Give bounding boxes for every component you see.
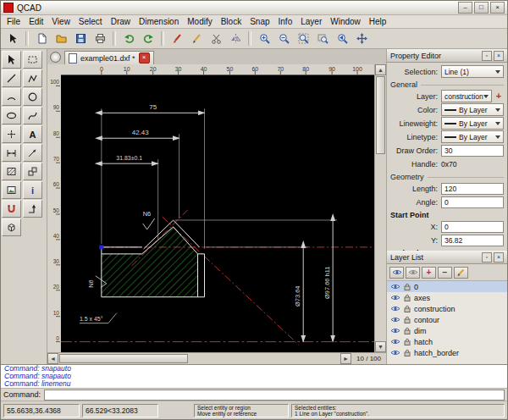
minimize-button[interactable]: – xyxy=(458,2,472,14)
lock-icon[interactable] xyxy=(404,338,411,345)
add-layer-button[interactable]: + xyxy=(422,267,436,279)
maximize-button[interactable]: □ xyxy=(474,2,489,14)
command-input[interactable] xyxy=(44,390,505,401)
menu-snap[interactable]: Snap xyxy=(246,16,273,27)
tool-modify[interactable] xyxy=(23,200,42,218)
edit-layer-button[interactable] xyxy=(454,267,468,279)
angle-field[interactable]: 0 xyxy=(441,196,504,208)
remove-layer-button[interactable]: − xyxy=(438,267,452,279)
menu-dimension[interactable]: Dimension xyxy=(135,16,183,27)
zoom-out-button[interactable] xyxy=(274,30,293,47)
menu-view[interactable]: View xyxy=(47,16,75,27)
new-file-button[interactable] xyxy=(32,30,51,47)
tool-deselect[interactable] xyxy=(23,51,42,69)
dock-close-icon[interactable]: × xyxy=(494,252,504,262)
eye-icon[interactable] xyxy=(390,316,400,323)
document-tab[interactable]: example01.dxf * × xyxy=(64,51,154,64)
layer-dropdown[interactable]: construction xyxy=(441,90,492,102)
draw-order-field[interactable]: 30 xyxy=(441,145,504,157)
tool-point[interactable] xyxy=(2,125,21,143)
menu-info[interactable]: Info xyxy=(274,16,297,27)
menu-edit[interactable]: Edit xyxy=(25,16,47,27)
layer-row[interactable]: axes xyxy=(387,292,507,303)
pen-button[interactable] xyxy=(168,30,186,47)
scroll-up-icon[interactable]: ▲ xyxy=(375,64,386,75)
tool-polyline[interactable] xyxy=(23,69,42,87)
tab-close-button[interactable]: × xyxy=(139,52,150,64)
lineweight-dropdown[interactable]: By Layer xyxy=(441,117,504,130)
mirror-button[interactable] xyxy=(226,30,245,47)
layer-row[interactable]: dim xyxy=(387,325,507,336)
scroll-down-icon[interactable]: ▼ xyxy=(375,341,386,352)
redo-button[interactable] xyxy=(139,30,157,47)
tool-3d-view[interactable] xyxy=(2,218,21,236)
lock-icon[interactable] xyxy=(404,316,411,323)
menu-file[interactable]: File xyxy=(3,16,25,27)
select-tool-button[interactable] xyxy=(3,30,22,47)
eye-icon[interactable] xyxy=(390,305,400,312)
lock-icon[interactable] xyxy=(404,283,411,290)
pencil-button[interactable] xyxy=(187,30,206,47)
pan-button[interactable] xyxy=(352,30,371,47)
menu-select[interactable]: Select xyxy=(75,16,107,27)
eye-icon[interactable] xyxy=(390,338,400,345)
hide-all-layers-button[interactable] xyxy=(406,267,420,279)
show-all-layers-button[interactable] xyxy=(389,267,404,279)
zoom-window-button[interactable] xyxy=(313,30,332,47)
tool-circle[interactable] xyxy=(23,88,42,106)
tool-spline[interactable] xyxy=(23,107,42,124)
save-button[interactable] xyxy=(71,30,90,47)
drawing-canvas[interactable]: 0 10 20 30 40 50 60 70 80 90 100 xyxy=(47,64,374,360)
menu-draw[interactable]: Draw xyxy=(107,16,135,27)
layer-row[interactable]: hatch_border xyxy=(387,347,507,358)
layer-row[interactable]: 0 xyxy=(387,281,507,292)
open-file-button[interactable] xyxy=(52,30,70,47)
selection-dropdown[interactable]: Line (1) xyxy=(441,65,504,78)
eye-icon[interactable] xyxy=(390,294,400,301)
tool-hatch[interactable] xyxy=(2,163,21,180)
tool-info[interactable]: i xyxy=(23,181,42,199)
print-button[interactable] xyxy=(91,30,109,47)
eye-icon[interactable] xyxy=(390,283,400,290)
layer-row[interactable]: hatch xyxy=(387,336,507,347)
horizontal-scroll-thumb[interactable] xyxy=(59,354,188,363)
property-editor-header[interactable]: Property Editor ▫ × xyxy=(387,49,507,63)
layer-list-header[interactable]: Layer List ▫ × xyxy=(387,251,507,264)
tool-dimension[interactable] xyxy=(2,144,21,162)
scroll-track[interactable] xyxy=(189,353,340,364)
length-field[interactable]: 120 xyxy=(441,183,504,195)
lock-icon[interactable] xyxy=(404,349,411,356)
color-dropdown[interactable]: By Layer xyxy=(441,103,504,116)
dock-float-icon[interactable]: ▫ xyxy=(482,252,492,262)
menu-modify[interactable]: Modify xyxy=(183,16,216,27)
undo-button[interactable] xyxy=(119,30,138,47)
tool-ellipse[interactable] xyxy=(2,107,21,124)
vertical-scroll-thumb[interactable] xyxy=(376,76,385,154)
tool-image[interactable] xyxy=(2,181,21,199)
tool-snap[interactable] xyxy=(2,200,21,218)
layer-row[interactable]: contour xyxy=(387,314,507,325)
lock-icon[interactable] xyxy=(404,294,411,301)
vertical-scrollbar[interactable]: ▲ ▼ xyxy=(374,64,386,352)
zoom-previous-button[interactable] xyxy=(333,30,351,47)
menu-layer[interactable]: Layer xyxy=(296,16,326,27)
tool-select[interactable] xyxy=(2,51,21,69)
zoom-auto-button[interactable] xyxy=(294,30,312,47)
dock-close-icon[interactable]: × xyxy=(494,51,504,61)
scroll-left-icon[interactable]: ◄ xyxy=(47,353,58,364)
linetype-dropdown[interactable]: By Layer xyxy=(441,130,504,143)
menu-window[interactable]: Window xyxy=(326,16,365,27)
menu-help[interactable]: Help xyxy=(365,16,391,27)
tab-menu-icon[interactable] xyxy=(50,52,61,63)
tool-line[interactable] xyxy=(2,69,21,87)
cut-button[interactable] xyxy=(207,30,225,47)
tool-leader[interactable] xyxy=(23,144,42,162)
eye-icon[interactable] xyxy=(390,327,400,334)
tool-block[interactable] xyxy=(23,163,42,180)
tool-text[interactable]: A xyxy=(23,125,42,143)
lock-icon[interactable] xyxy=(404,327,411,334)
scroll-right-icon[interactable]: ► xyxy=(340,353,351,364)
dock-float-icon[interactable]: ▫ xyxy=(482,51,492,61)
menu-block[interactable]: Block xyxy=(217,16,246,27)
close-button[interactable]: × xyxy=(490,2,505,14)
